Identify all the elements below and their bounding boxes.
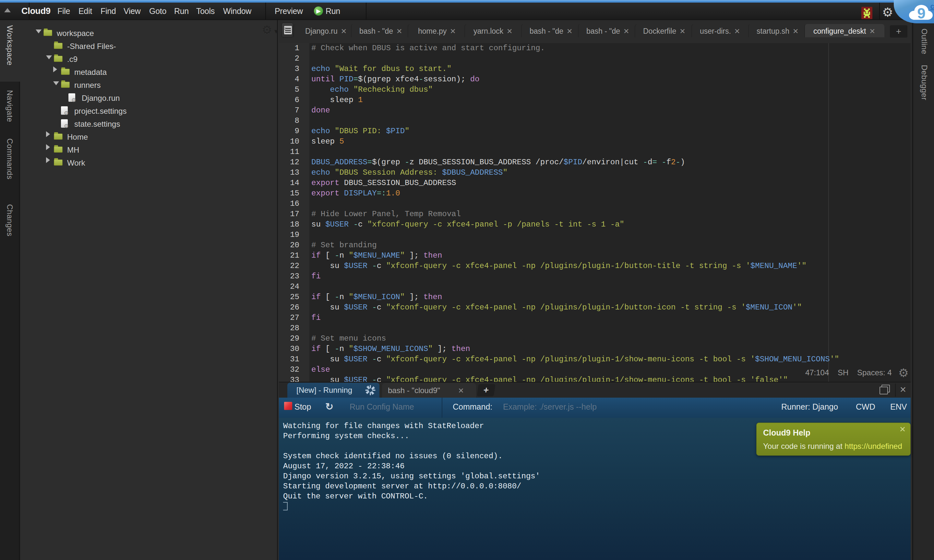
svg-text:9: 9 (917, 5, 926, 20)
